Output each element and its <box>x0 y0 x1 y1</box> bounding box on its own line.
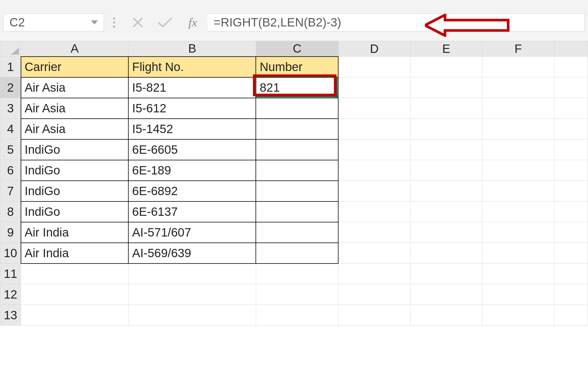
cell-c12[interactable] <box>256 284 338 305</box>
cell-c1[interactable]: Number <box>256 57 338 77</box>
cell-a2[interactable]: Air Asia <box>21 77 129 98</box>
col-header-a[interactable]: A <box>21 41 129 57</box>
cell-f11[interactable] <box>482 264 554 284</box>
cell-c6[interactable] <box>256 160 338 181</box>
chevron-down-icon[interactable] <box>91 20 98 24</box>
cell-c10[interactable] <box>256 243 338 264</box>
cell-e12[interactable] <box>410 284 482 305</box>
cell-e6[interactable] <box>410 160 482 181</box>
row-header-13[interactable]: 13 <box>0 305 21 326</box>
cell-e10[interactable] <box>410 243 482 264</box>
cell-b6[interactable]: 6E-189 <box>128 160 256 181</box>
cell-d7[interactable] <box>338 181 410 201</box>
cell-d12[interactable] <box>338 284 410 305</box>
cell-a8[interactable]: IndiGo <box>21 201 129 222</box>
cell-g1[interactable] <box>554 57 588 77</box>
cell-d8[interactable] <box>338 201 410 222</box>
cell-c13[interactable] <box>256 305 338 326</box>
cell-a6[interactable]: IndiGo <box>21 160 129 181</box>
cell-g12[interactable] <box>554 284 588 305</box>
row-header-10[interactable]: 10 <box>0 243 21 264</box>
cell-b4[interactable]: I5-1452 <box>128 119 256 139</box>
col-header-d[interactable]: D <box>338 41 410 57</box>
cell-f10[interactable] <box>482 243 554 264</box>
cell-g8[interactable] <box>554 201 588 222</box>
cell-d11[interactable] <box>338 264 410 284</box>
cell-c3[interactable] <box>256 98 338 119</box>
cell-b1[interactable]: Flight No. <box>128 57 256 77</box>
name-box[interactable]: C2 <box>3 14 104 31</box>
cell-d6[interactable] <box>338 160 410 181</box>
cell-d1[interactable] <box>338 57 410 77</box>
row-header-1[interactable]: 1 <box>0 57 21 77</box>
cell-f5[interactable] <box>482 139 554 160</box>
cell-b11[interactable] <box>128 264 256 284</box>
cell-d4[interactable] <box>338 119 410 139</box>
row-header-2[interactable]: 2 <box>0 77 21 98</box>
col-header-extra[interactable] <box>554 41 588 57</box>
cell-a7[interactable]: IndiGo <box>21 181 129 201</box>
row-header-6[interactable]: 6 <box>0 160 21 181</box>
cell-b7[interactable]: 6E-6892 <box>128 181 256 201</box>
cell-c4[interactable] <box>256 119 338 139</box>
cell-g4[interactable] <box>554 119 588 139</box>
cell-d13[interactable] <box>338 305 410 326</box>
cell-f9[interactable] <box>482 222 554 243</box>
row-header-12[interactable]: 12 <box>0 284 21 305</box>
cell-a12[interactable] <box>21 284 129 305</box>
cell-e13[interactable] <box>410 305 482 326</box>
cell-g9[interactable] <box>554 222 588 243</box>
col-header-c[interactable]: C <box>256 41 338 57</box>
cell-a11[interactable] <box>21 264 129 284</box>
cell-e3[interactable] <box>410 98 482 119</box>
row-header-8[interactable]: 8 <box>0 201 21 222</box>
cell-e4[interactable] <box>410 119 482 139</box>
cell-d10[interactable] <box>338 243 410 264</box>
cell-d2[interactable] <box>338 77 410 98</box>
select-all-corner[interactable] <box>0 41 21 57</box>
cell-a4[interactable]: Air Asia <box>21 119 129 139</box>
cell-b3[interactable]: I5-612 <box>128 98 256 119</box>
cell-g11[interactable] <box>554 264 588 284</box>
cell-a9[interactable]: Air India <box>21 222 129 243</box>
spreadsheet-grid[interactable]: A B C D E F 1 Carrier Flight No. Number … <box>0 41 588 375</box>
cell-a3[interactable]: Air Asia <box>21 98 129 119</box>
cell-c5[interactable] <box>256 139 338 160</box>
row-header-3[interactable]: 3 <box>0 98 21 119</box>
row-header-5[interactable]: 5 <box>0 139 21 160</box>
cell-c8[interactable] <box>256 201 338 222</box>
cell-e1[interactable] <box>410 57 482 77</box>
cell-a5[interactable]: IndiGo <box>21 139 129 160</box>
cell-b13[interactable] <box>128 305 256 326</box>
cell-e7[interactable] <box>410 181 482 201</box>
cell-a10[interactable]: Air India <box>21 243 129 264</box>
cell-b12[interactable] <box>128 284 256 305</box>
row-header-9[interactable]: 9 <box>0 222 21 243</box>
cell-d5[interactable] <box>338 139 410 160</box>
cell-f13[interactable] <box>482 305 554 326</box>
col-header-e[interactable]: E <box>410 41 482 57</box>
cell-f6[interactable] <box>482 160 554 181</box>
cell-e5[interactable] <box>410 139 482 160</box>
cell-f2[interactable] <box>482 77 554 98</box>
cell-f8[interactable] <box>482 201 554 222</box>
cell-b8[interactable]: 6E-6137 <box>128 201 256 222</box>
cell-g3[interactable] <box>554 98 588 119</box>
row-header-11[interactable]: 11 <box>0 264 21 284</box>
cell-g10[interactable] <box>554 243 588 264</box>
cell-e9[interactable] <box>410 222 482 243</box>
cell-g6[interactable] <box>554 160 588 181</box>
cell-g13[interactable] <box>554 305 588 326</box>
formula-input[interactable]: =RIGHT(B2,LEN(B2)-3) <box>207 14 585 31</box>
cell-f12[interactable] <box>482 284 554 305</box>
cell-c9[interactable] <box>256 222 338 243</box>
cell-f7[interactable] <box>482 181 554 201</box>
cell-b10[interactable]: AI-569/639 <box>128 243 256 264</box>
row-header-7[interactable]: 7 <box>0 181 21 201</box>
cell-c7[interactable] <box>256 181 338 201</box>
cell-g5[interactable] <box>554 139 588 160</box>
cell-f3[interactable] <box>482 98 554 119</box>
cell-e2[interactable] <box>410 77 482 98</box>
cell-g2[interactable] <box>554 77 588 98</box>
col-header-f[interactable]: F <box>482 41 554 57</box>
